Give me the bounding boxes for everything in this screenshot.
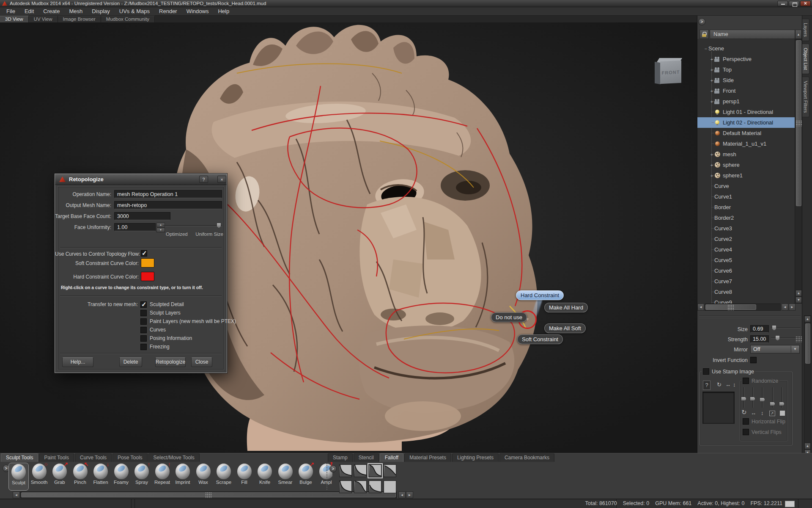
menu-item[interactable]: File — [2, 7, 20, 15]
tool-button[interactable]: Fill — [234, 463, 255, 491]
menu-item[interactable]: Display — [87, 7, 115, 15]
close-button[interactable]: Close — [191, 357, 212, 367]
preset-tray-tab[interactable]: Stamp — [328, 453, 353, 462]
randomize-slider-4[interactable] — [770, 387, 776, 408]
panel-tab[interactable]: Layers — [802, 19, 809, 41]
face-uniformity-input[interactable] — [114, 223, 156, 231]
tree-row[interactable]: + Top — [697, 64, 795, 75]
scroll-up-icon[interactable]: ▲ — [804, 316, 811, 322]
tool-tray-tab[interactable]: Select/Move Tools — [148, 453, 200, 462]
flip-vertical-icon[interactable]: ↕ — [733, 382, 736, 388]
tool-button[interactable]: Wax — [193, 463, 214, 491]
tool-tray-tab[interactable]: Curve Tools — [75, 453, 112, 462]
tree-row[interactable]: Border — [697, 202, 795, 213]
tree-row[interactable]: Curve8 — [697, 287, 795, 297]
rotate-icon[interactable]: ↻ — [717, 382, 721, 388]
panel-tab[interactable]: Object List — [802, 44, 809, 74]
tree-row[interactable]: Curve4 — [697, 244, 795, 255]
view-cube[interactable]: FRONT — [653, 58, 684, 86]
tree-expander[interactable]: + — [709, 163, 714, 168]
preset-tray-tab[interactable]: Material Presets — [404, 453, 451, 462]
tool-button[interactable]: Knife — [255, 463, 275, 491]
invert-function-checkbox[interactable] — [750, 357, 757, 363]
tree-row[interactable]: Curve5 — [697, 255, 795, 265]
mirror-dropdown[interactable]: Off ▼ — [750, 345, 800, 353]
use-stamp-checkbox[interactable] — [703, 368, 709, 375]
tree-expander[interactable]: + — [709, 99, 714, 104]
tree-row[interactable]: Material_1_u1_v1 — [697, 138, 795, 149]
falloff-preset[interactable] — [354, 464, 367, 477]
falloff-preset[interactable] — [369, 480, 381, 493]
scroll-right-icon[interactable]: ► — [789, 304, 796, 311]
tree-row[interactable]: + Front — [697, 86, 795, 96]
scroll-left-icon[interactable]: ◄ — [13, 491, 20, 498]
soft-constraint-color-swatch[interactable] — [141, 258, 154, 268]
minimize-icon[interactable] — [777, 1, 788, 6]
solid-square-icon[interactable] — [780, 411, 785, 416]
marking-menu-soft-constraint[interactable]: Soft Constraint — [517, 334, 563, 344]
tree-vscroll-thumb[interactable] — [796, 40, 801, 206]
scroll-up-icon[interactable]: ▲ — [804, 443, 811, 449]
lock-button[interactable] — [700, 30, 709, 39]
transfer-option-checkbox[interactable] — [140, 344, 147, 350]
menu-item[interactable]: Edit — [20, 7, 38, 15]
retopologize-dialog[interactable]: Retopologize ? × Operation Name: Output … — [55, 174, 227, 373]
tool-button[interactable]: ↗ Bulge — [296, 463, 316, 491]
view-cube-left-face[interactable] — [655, 62, 661, 84]
randomize-slider-1[interactable] — [741, 387, 747, 408]
falloff-preset[interactable] — [384, 464, 396, 477]
tree-row[interactable]: Curve9 — [697, 297, 795, 304]
tray-splitter[interactable] — [326, 464, 327, 490]
face-uniformity-slider-handle[interactable] — [217, 223, 221, 228]
view-cube-front-face[interactable]: FRONT — [660, 61, 681, 84]
tree-row[interactable]: Curve — [697, 181, 795, 191]
tree-row[interactable]: + Side — [697, 75, 795, 86]
help-button[interactable]: Help... — [62, 357, 93, 367]
use-curves-checkbox[interactable] — [141, 250, 147, 257]
retopologize-button[interactable]: Retopologize — [155, 357, 186, 367]
menu-item[interactable]: Windows — [182, 7, 214, 15]
marking-menu-make-all-hard[interactable]: Make All Hard — [544, 303, 588, 312]
face-uniformity-slider[interactable] — [163, 223, 222, 229]
menu-item[interactable]: Mesh — [64, 7, 87, 15]
tree-row[interactable]: Default Material — [697, 128, 795, 138]
tree-row[interactable]: + sphere — [697, 160, 795, 170]
tree-row[interactable]: − Scene — [697, 43, 795, 54]
tool-tray-tab[interactable]: Paint Tools — [39, 453, 74, 462]
rotate-icon[interactable]: ↻ — [741, 409, 747, 415]
view-tab[interactable]: Mudbox Community — [101, 16, 155, 22]
tree-row[interactable]: Curve6 — [697, 265, 795, 276]
properties-scroll-thumb[interactable] — [805, 323, 810, 364]
view-tab[interactable]: UV View — [29, 16, 58, 22]
width-randomize-icon[interactable]: ↔ — [751, 410, 756, 416]
falloff-preset[interactable] — [339, 464, 352, 477]
tool-button[interactable]: Sculpt — [8, 463, 29, 491]
maximize-icon[interactable] — [789, 1, 799, 6]
tree-row[interactable]: Curve3 — [697, 223, 795, 234]
falloff-preset[interactable] — [354, 480, 367, 493]
panel-splitter-grip[interactable] — [796, 335, 802, 343]
marking-menu-hard-constraint[interactable]: Hard Constraint — [516, 290, 564, 300]
tool-button[interactable]: ↑ Repeat — [152, 463, 173, 491]
strength-field[interactable]: 15.00 — [750, 335, 769, 343]
transfer-option-checkbox[interactable] — [140, 301, 147, 308]
preset-tray-tab[interactable]: Lighting Presets — [452, 453, 499, 462]
scroll-down-icon[interactable]: ▼ — [796, 297, 802, 303]
size-field[interactable]: 0.69 — [750, 325, 769, 333]
randomize-slider-2[interactable] — [750, 387, 756, 408]
output-mesh-name-input[interactable] — [114, 201, 222, 209]
tree-expander[interactable]: + — [709, 78, 714, 83]
stamp-unknown-icon[interactable]: ? — [703, 381, 710, 390]
tree-expander[interactable]: + — [709, 152, 714, 157]
tree-vscrollbar[interactable]: ▲ ▼ — [795, 39, 802, 304]
scroll-left-icon[interactable]: ◄ — [398, 491, 406, 498]
close-icon[interactable] — [800, 1, 811, 6]
tree-expander[interactable]: − — [703, 46, 708, 51]
operation-name-input[interactable] — [114, 190, 222, 198]
tool-button[interactable]: ↗ Grab — [49, 463, 70, 491]
tree-row[interactable]: + mesh — [697, 149, 795, 160]
transfer-option-checkbox[interactable] — [140, 318, 147, 325]
tree-row[interactable]: Light 02 - Directional — [697, 117, 795, 128]
dialog-help-icon[interactable]: ? — [199, 176, 208, 183]
preset-tray-tab[interactable]: Falloff — [380, 453, 403, 462]
